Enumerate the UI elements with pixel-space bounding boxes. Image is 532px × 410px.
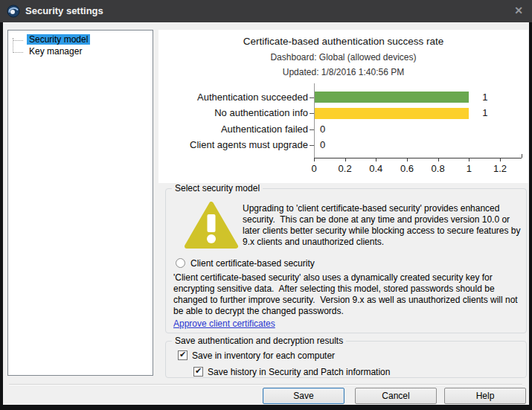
close-icon[interactable]: ✕ bbox=[514, 4, 523, 16]
save-history-checkbox-row[interactable]: ✔Save history in Security and Patch info… bbox=[193, 365, 390, 375]
save-inventory-checkbox-row[interactable]: ✔Save in inventory for each computer bbox=[178, 348, 335, 359]
chart-value-label: 1 bbox=[482, 107, 487, 118]
chart-category-label: Authentication succeeded bbox=[158, 92, 308, 103]
security-settings-window: Security settings ✕ Security model Key m… bbox=[0, 0, 532, 410]
tree-item-key-manager[interactable]: Key manager bbox=[8, 46, 153, 58]
approve-client-certificates-link[interactable]: Approve client certificates bbox=[173, 318, 275, 329]
titlebar: Security settings ✕ bbox=[0, 0, 532, 22]
chart-tick bbox=[376, 158, 376, 161]
chart-tick-label: 0.6 bbox=[394, 163, 420, 174]
dialog-body: Security model Key manager Authenticatio… bbox=[3, 22, 529, 405]
group-caption: Select security model bbox=[172, 183, 263, 193]
chart-category-label: No authentication info bbox=[158, 107, 308, 118]
tree-item-label[interactable]: Key manager bbox=[27, 46, 84, 57]
chart-subtitle: Dashboard: Global (allowed devices) bbox=[158, 52, 528, 63]
checkbox-label[interactable]: Save in inventory for each computer bbox=[192, 350, 335, 361]
chart-tick-label: 0 bbox=[301, 163, 327, 174]
checkbox-icon[interactable]: ✔ bbox=[193, 367, 203, 377]
app-icon bbox=[7, 4, 20, 18]
save-button[interactable]: Save bbox=[263, 388, 344, 404]
chart-tick bbox=[345, 158, 346, 161]
chart-bar bbox=[315, 108, 469, 119]
chart-tick bbox=[500, 158, 501, 161]
chart-tick bbox=[438, 158, 439, 161]
checkmark-icon: ✔ bbox=[195, 366, 202, 376]
chart-title: Certificate-based authentication success… bbox=[158, 36, 528, 47]
chart-tick-label: 0.8 bbox=[426, 163, 451, 174]
chart-value-label: 0 bbox=[320, 139, 325, 150]
chart-tick bbox=[469, 158, 469, 161]
footer-separator bbox=[9, 384, 522, 385]
select-security-model-group: Select security model Upgrading to 'clie… bbox=[165, 188, 527, 333]
chart-value-label: 1 bbox=[482, 92, 487, 103]
chart-tick-label: 0.4 bbox=[363, 163, 388, 174]
tree-twig bbox=[13, 52, 23, 53]
group-caption: Save authentication and decryption resul… bbox=[172, 336, 346, 346]
warning-triangle-icon bbox=[185, 202, 238, 249]
chart-tick-label: 0.2 bbox=[333, 163, 358, 174]
window-title: Security settings bbox=[25, 5, 103, 16]
chart-tick-label: 1.2 bbox=[487, 163, 513, 174]
chart-axis-vertical bbox=[314, 83, 315, 158]
radio-label[interactable]: Client certificate-based security bbox=[190, 258, 315, 269]
help-button[interactable]: Help bbox=[444, 388, 526, 404]
cancel-button[interactable]: Cancel bbox=[355, 388, 437, 404]
checkbox-label[interactable]: Save history in Security and Patch infor… bbox=[208, 367, 390, 377]
chart-tick-label: 1 bbox=[456, 163, 481, 174]
chart-axis-endcap bbox=[522, 154, 522, 158]
chart-category-label: Client agents must upgrade bbox=[158, 139, 308, 150]
checkbox-icon[interactable]: ✔ bbox=[178, 350, 188, 360]
upgrade-warning-text: Upgrading to 'client certificate-based s… bbox=[243, 203, 521, 248]
checkmark-icon: ✔ bbox=[179, 350, 186, 359]
chart-category-label: Authentication failed bbox=[158, 124, 308, 135]
chart-updated-timestamp: Updated: 1/8/2016 1:40:56 PM bbox=[158, 67, 528, 77]
chart-tick bbox=[407, 158, 408, 161]
auth-success-chart-panel: Authentication succeeded1No authenticati… bbox=[158, 30, 528, 183]
chart-tick bbox=[314, 158, 315, 161]
save-results-group: Save authentication and decryption resul… bbox=[165, 341, 527, 378]
client-cert-security-radio[interactable]: Client certificate-based security bbox=[176, 256, 315, 267]
security-model-description: 'Client certificate-based security' also… bbox=[173, 272, 528, 317]
radio-icon[interactable] bbox=[176, 258, 185, 268]
tree-item-security-model[interactable]: Security model bbox=[8, 34, 153, 46]
tree-item-label[interactable]: Security model bbox=[27, 34, 90, 45]
settings-tree: Security model Key manager bbox=[7, 30, 153, 376]
tree-twig bbox=[13, 40, 23, 41]
chart-value-label: 0 bbox=[320, 124, 325, 135]
chart-bar bbox=[315, 92, 469, 103]
